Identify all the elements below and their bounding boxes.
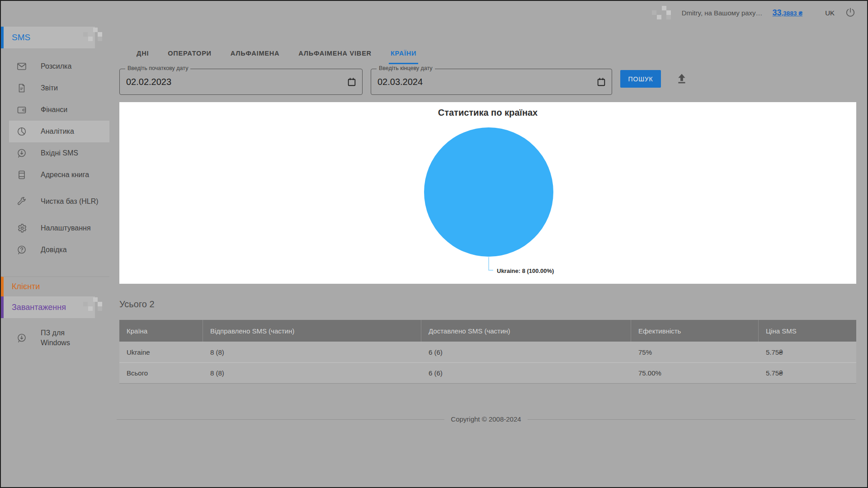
language-selector[interactable]: UK [812, 9, 835, 17]
wrench-icon [16, 196, 27, 207]
power-logout-icon[interactable] [844, 7, 856, 19]
calendar-icon[interactable] [596, 77, 606, 87]
cell-sent: 8 (8) [203, 363, 421, 383]
tab-alfaimena[interactable]: АЛЬФАІМЕНА [229, 43, 281, 64]
chart-title: Статистика по країнах [119, 102, 856, 118]
cell-efficiency: 75.00% [631, 363, 759, 383]
end-date-field[interactable]: Введіть кінцеву дату [371, 69, 612, 95]
cell-sent: 8 (8) [203, 342, 421, 362]
cell-efficiency: 75% [631, 342, 759, 362]
pie-chart-icon [16, 126, 27, 137]
sidebar-item-adresna-knyha[interactable]: Адресна книга [9, 164, 109, 186]
envelope-icon [16, 61, 27, 72]
end-date-input[interactable] [377, 69, 591, 94]
download-icon [16, 333, 27, 343]
sidebar: SMS Розсилка Звіти Фінанси [1, 1, 109, 487]
copyright-text: Copyright © 2008-2024 [444, 415, 527, 423]
table-row-total: Всього 8 (8) 6 (6) 75.00% 5.75₴ [119, 362, 856, 383]
cell-country: Всього [119, 363, 203, 383]
table-header-row: Країна Відправлено SMS (частин) Доставле… [119, 320, 856, 342]
help-icon [16, 244, 27, 255]
pixel-decoration [83, 297, 103, 311]
cell-country: Ukraine [119, 342, 203, 362]
sidebar-item-zvity[interactable]: Звіти [9, 77, 109, 99]
sms-section-label: SMS [12, 33, 30, 42]
top-bar: Dmitry, на Вашому раху… 33,3883 ₴ UK [109, 1, 867, 24]
tab-krainy[interactable]: КРАЇНИ [389, 43, 418, 64]
sidebar-item-label: Вхідні SMS [41, 149, 100, 158]
report-icon [16, 83, 27, 94]
sidebar-item-label: Розсилка [41, 62, 100, 71]
sidebar-section-clients[interactable]: Клієнти [1, 277, 109, 296]
tab-dni[interactable]: ДНІ [135, 43, 151, 64]
pixel-decoration [83, 28, 103, 41]
gear-icon [16, 223, 27, 234]
sidebar-item-label: Налаштування [41, 224, 100, 233]
sidebar-menu: Розсилка Звіти Фінанси Аналітика [1, 56, 109, 261]
sidebar-item-label: Чистка баз (HLR) [41, 197, 100, 206]
sidebar-item-label: Фінанси [41, 105, 100, 114]
wallet-icon [16, 104, 27, 115]
cell-price: 5.75₴ [759, 342, 856, 362]
balance-fraction: ,3883 ₴ [782, 10, 803, 17]
table-row: Ukraine 8 (8) 6 (6) 75% 5.75₴ [119, 342, 856, 362]
sidebar-item-label: ПЗ для Windows [41, 328, 90, 347]
column-header: Ціна SMS [759, 320, 856, 342]
pixel-decoration [652, 6, 672, 19]
app-window: Dmitry, на Вашому раху… 33,3883 ₴ UK SMS… [0, 0, 868, 488]
column-header: Доставлено SMS (частин) [421, 320, 631, 342]
downloads-section-label: Завантаження [12, 303, 66, 312]
cell-price: 5.75₴ [759, 363, 856, 383]
sidebar-item-vhidni-sms[interactable]: Вхідні SMS [9, 142, 109, 164]
ukraine-flag-icon [812, 9, 822, 16]
calendar-icon[interactable] [347, 77, 357, 87]
language-label: UK [825, 9, 835, 17]
sidebar-item-nalashtuvannya[interactable]: Налаштування [9, 217, 109, 239]
incoming-message-icon [16, 148, 27, 159]
sidebar-item-finansy[interactable]: Фінанси [9, 99, 109, 121]
pie-data-label: Ukraine: 8 (100.00%) [497, 267, 554, 274]
chart-panel: Статистика по країнах Ukraine: 8 (100.00… [119, 102, 856, 284]
sidebar-item-label: Звіти [41, 84, 100, 93]
pie-slice-ukraine [424, 127, 553, 257]
sidebar-section-downloads[interactable]: Завантаження [1, 296, 95, 318]
column-header: Ефективність [631, 320, 759, 342]
balance-whole: 33 [773, 8, 782, 17]
start-date-field[interactable]: Введіть початкову дату [119, 69, 363, 95]
footer: Copyright © 2008-2024 [117, 413, 855, 426]
countries-table: Країна Відправлено SMS (частин) Доставле… [119, 320, 856, 384]
cell-delivered: 6 (6) [421, 363, 631, 383]
sidebar-item-label: Аналітика [41, 127, 100, 136]
sidebar-item-label: Адресна книга [41, 170, 100, 179]
column-header: Країна [119, 320, 203, 342]
sidebar-section-sms[interactable]: SMS [1, 27, 95, 48]
sidebar-item-rozsylka[interactable]: Розсилка [9, 56, 109, 77]
analytics-tabs: ДНІ ОПЕРАТОРИ АЛЬФАІМЕНА АЛЬФАІМЕНА VIBE… [135, 43, 418, 64]
address-book-icon [16, 169, 27, 180]
sidebar-item-dovidka[interactable]: Довідка [9, 239, 109, 261]
total-count-label: Усього 2 [119, 299, 155, 310]
sidebar-item-label: Довідка [41, 245, 100, 254]
cell-delivered: 6 (6) [421, 342, 631, 362]
tab-operatory[interactable]: ОПЕРАТОРИ [166, 43, 213, 64]
balance-link[interactable]: 33,3883 ₴ [773, 8, 803, 18]
sidebar-item-analityka[interactable]: Аналітика [9, 121, 109, 142]
search-button[interactable]: ПОШУК [620, 70, 661, 88]
clients-section-label: Клієнти [12, 282, 40, 291]
user-balance-text: Dmitry, на Вашому раху… [682, 9, 763, 17]
sidebar-item-pz-for-windows[interactable]: ПЗ для Windows [9, 324, 109, 352]
tab-alfaimena-viber[interactable]: АЛЬФАІМЕНА VIBER [297, 43, 373, 64]
sidebar-item-chystka-baz-hlr[interactable]: Чистка баз (HLR) [9, 186, 109, 217]
column-header: Відправлено SMS (частин) [203, 320, 421, 342]
upload-icon[interactable] [675, 72, 688, 85]
start-date-input[interactable] [126, 69, 341, 94]
